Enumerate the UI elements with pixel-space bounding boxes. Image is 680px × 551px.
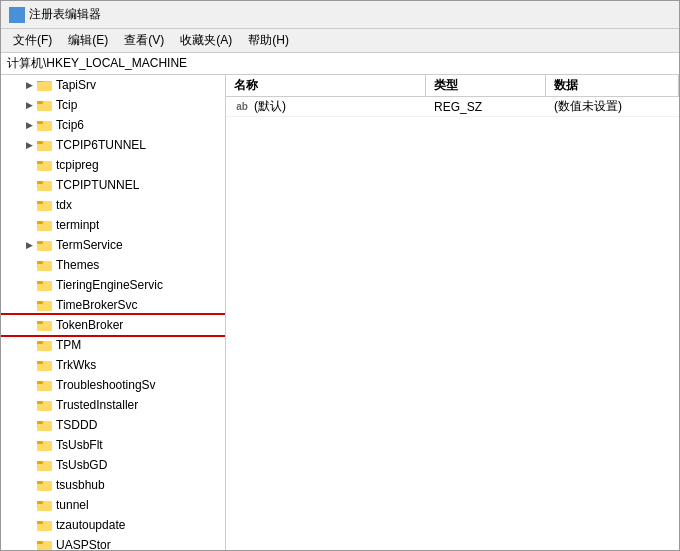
tree-item-tcpip6tunnel[interactable]: TCPIP6TUNNEL	[1, 135, 225, 155]
tree-item-terminpt[interactable]: terminpt	[1, 215, 225, 235]
folder-icon	[37, 418, 53, 432]
tree-item-tdx[interactable]: tdx	[1, 195, 225, 215]
tree-item-troubleshootingsv[interactable]: TroubleshootingSv	[1, 375, 225, 395]
address-text: 计算机\HKEY_LOCAL_MACHINE	[7, 55, 187, 72]
tree-label: TCPIPTUNNEL	[56, 178, 139, 192]
tree-label: UASPStor	[56, 538, 111, 550]
column-header-row: 名称 类型 数据	[226, 75, 679, 97]
registry-tree[interactable]: TapiSrv Tcip Tcip6	[1, 75, 226, 550]
folder-icon	[37, 518, 53, 532]
column-header-data: 数据	[546, 75, 679, 96]
tree-item-tsddd[interactable]: TSDDD	[1, 415, 225, 435]
tree-label: TimeBrokerSvc	[56, 298, 138, 312]
title-bar: 注册表编辑器	[1, 1, 679, 29]
tree-item-tsusbhub[interactable]: tsusbhub	[1, 475, 225, 495]
svg-rect-24	[37, 261, 43, 264]
tree-label: terminpt	[56, 218, 99, 232]
tree-label: TroubleshootingSv	[56, 378, 156, 392]
svg-rect-36	[37, 381, 43, 384]
folder-icon	[37, 338, 53, 352]
tree-item-tcip6[interactable]: Tcip6	[1, 115, 225, 135]
tree-item-tcpipreg[interactable]: tcpipreg	[1, 155, 225, 175]
svg-rect-0	[10, 8, 16, 14]
svg-rect-1	[18, 8, 24, 14]
tree-label: TrustedInstaller	[56, 398, 138, 412]
tree-item-tieringengineservice[interactable]: TieringEngineServic	[1, 275, 225, 295]
main-content: TapiSrv Tcip Tcip6	[1, 75, 679, 550]
svg-rect-38	[37, 401, 43, 404]
expand-icon[interactable]	[21, 237, 37, 253]
tree-label: tdx	[56, 198, 72, 212]
tree-label: Tcip6	[56, 118, 84, 132]
expand-icon[interactable]	[21, 117, 37, 133]
svg-rect-14	[37, 161, 43, 164]
svg-rect-46	[37, 481, 43, 484]
tree-label: tunnel	[56, 498, 89, 512]
svg-rect-34	[37, 361, 43, 364]
tree-item-tcpiptunnel[interactable]: TCPIPTUNNEL	[1, 175, 225, 195]
tree-label: TermService	[56, 238, 123, 252]
folder-icon	[37, 318, 53, 332]
svg-rect-16	[37, 181, 43, 184]
menu-help[interactable]: 帮助(H)	[240, 30, 297, 51]
tree-item-termservice[interactable]: TermService	[1, 235, 225, 255]
tree-item-tsusbgd[interactable]: TsUsbGD	[1, 455, 225, 475]
tree-item-timebrokersvc[interactable]: TimeBrokerSvc	[1, 295, 225, 315]
regedit-window: 注册表编辑器 文件(F) 编辑(E) 查看(V) 收藏夹(A) 帮助(H) 计算…	[0, 0, 680, 551]
folder-icon	[37, 458, 53, 472]
tree-item-uaspstor[interactable]: UASPStor	[1, 535, 225, 550]
folder-icon	[37, 158, 53, 172]
tree-item-tokenbroker[interactable]: TokenBroker	[1, 315, 225, 335]
tree-item-trkwks[interactable]: TrkWks	[1, 355, 225, 375]
folder-icon	[37, 498, 53, 512]
tree-label: TsUsbGD	[56, 458, 107, 472]
svg-rect-42	[37, 441, 43, 444]
svg-rect-2	[10, 16, 16, 22]
tree-item-tpm[interactable]: TPM	[1, 335, 225, 355]
tree-item-tunnel[interactable]: tunnel	[1, 495, 225, 515]
tree-label: TapiSrv	[56, 78, 96, 92]
tree-item-tapisrv[interactable]: TapiSrv	[1, 75, 225, 95]
menu-view[interactable]: 查看(V)	[116, 30, 172, 51]
value-type-cell: REG_SZ	[426, 97, 546, 116]
tree-item-trustedinstaller[interactable]: TrustedInstaller	[1, 395, 225, 415]
folder-icon	[37, 178, 53, 192]
svg-rect-52	[37, 541, 43, 544]
folder-icon	[37, 198, 53, 212]
tree-item-tzautoupdate[interactable]: tzautoupdate	[1, 515, 225, 535]
tree-label: Themes	[56, 258, 99, 272]
tree-label: TokenBroker	[56, 318, 123, 332]
column-header-name: 名称	[226, 75, 426, 96]
tree-label: Tcip	[56, 98, 77, 112]
menu-file[interactable]: 文件(F)	[5, 30, 60, 51]
tree-item-themes[interactable]: Themes	[1, 255, 225, 275]
folder-icon	[37, 478, 53, 492]
value-name-cell: ab (默认)	[226, 97, 426, 116]
tree-label: TSDDD	[56, 418, 97, 432]
svg-rect-40	[37, 421, 43, 424]
tree-label: TPM	[56, 338, 81, 352]
svg-rect-28	[37, 301, 43, 304]
menu-favorites[interactable]: 收藏夹(A)	[172, 30, 240, 51]
folder-icon	[37, 138, 53, 152]
expand-icon[interactable]	[21, 77, 37, 93]
registry-value-row[interactable]: ab (默认) REG_SZ (数值未设置)	[226, 97, 679, 117]
tree-label: TrkWks	[56, 358, 96, 372]
app-icon	[9, 7, 25, 23]
tree-item-tsusbflt[interactable]: TsUsbFlt	[1, 435, 225, 455]
expand-icon[interactable]	[21, 97, 37, 113]
svg-rect-8	[37, 101, 43, 104]
svg-rect-6	[37, 82, 52, 91]
tree-label: TieringEngineServic	[56, 278, 163, 292]
svg-rect-12	[37, 141, 43, 144]
tree-item-tcip[interactable]: Tcip	[1, 95, 225, 115]
folder-icon	[37, 398, 53, 412]
menu-edit[interactable]: 编辑(E)	[60, 30, 116, 51]
folder-icon	[37, 538, 53, 550]
svg-rect-20	[37, 221, 43, 224]
column-header-type: 类型	[426, 75, 546, 96]
expand-icon[interactable]	[21, 137, 37, 153]
folder-icon	[37, 98, 53, 112]
folder-icon	[37, 358, 53, 372]
svg-rect-3	[18, 16, 24, 22]
